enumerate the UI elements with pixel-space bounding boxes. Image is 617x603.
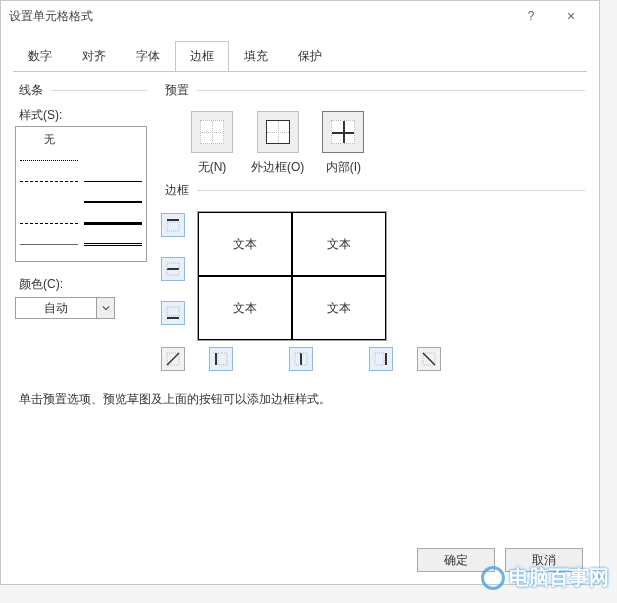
line-legend: 线条 — [15, 83, 47, 97]
line-style-thicker[interactable] — [84, 215, 142, 231]
line-style-solid[interactable] — [84, 173, 142, 189]
border-diag-up-button[interactable] — [161, 347, 185, 371]
svg-rect-1 — [167, 222, 179, 231]
tab-number[interactable]: 数字 — [13, 41, 67, 72]
preview-cell: 文本 — [292, 276, 386, 340]
preset-outline[interactable]: 外边框(O) — [251, 111, 304, 176]
help-button[interactable]: ? — [511, 2, 551, 30]
tab-strip: 数字 对齐 字体 边框 填充 保护 — [1, 31, 599, 72]
preset-none-label: 无(N) — [198, 159, 227, 176]
preset-group: 预置 无(N) 外边框(O) 内部(I) — [161, 82, 585, 176]
tab-protection[interactable]: 保护 — [283, 41, 337, 72]
line-style-dot[interactable] — [20, 152, 78, 168]
hint-text: 单击预置选项、预览草图及上面的按钮可以添加边框样式。 — [19, 391, 585, 408]
preset-inside-label: 内部(I) — [326, 159, 361, 176]
dialog-footer: 确定 取消 — [15, 548, 585, 574]
tab-border[interactable]: 边框 — [175, 41, 229, 72]
format-cells-dialog: 设置单元格格式 ? × 数字 对齐 字体 边框 填充 保护 线条 样式(S): … — [0, 0, 600, 585]
line-style-none[interactable]: 无 — [20, 131, 78, 147]
line-style-double[interactable] — [84, 236, 142, 252]
line-style-dash2[interactable] — [20, 215, 78, 231]
line-style-list[interactable]: 无 — [15, 126, 147, 262]
titlebar: 设置单元格格式 ? × — [1, 1, 599, 31]
preset-legend: 预置 — [161, 83, 193, 97]
tab-font[interactable]: 字体 — [121, 41, 175, 72]
line-style-dashdot2[interactable] — [84, 131, 142, 147]
line-group: 线条 样式(S): 无 颜色(C): — [15, 82, 147, 371]
border-top-button[interactable] — [161, 213, 185, 237]
svg-rect-2 — [167, 268, 179, 270]
border-preview[interactable]: 文本 文本 文本 文本 — [197, 211, 387, 341]
svg-line-7 — [167, 353, 179, 365]
line-style-dashdotdot[interactable] — [20, 194, 78, 210]
preset-none[interactable]: 无(N) — [191, 111, 233, 176]
tab-alignment[interactable]: 对齐 — [67, 41, 121, 72]
close-button[interactable]: × — [551, 2, 591, 30]
style-label: 样式(S): — [19, 107, 147, 124]
window-title: 设置单元格格式 — [9, 8, 511, 25]
svg-rect-4 — [167, 317, 179, 319]
border-group: 边框 文本 文本 文本 文本 — [161, 182, 585, 371]
svg-rect-13 — [375, 353, 384, 365]
svg-rect-10 — [300, 353, 302, 365]
svg-rect-12 — [385, 353, 387, 365]
border-bottom-button[interactable] — [161, 301, 185, 325]
border-legend: 边框 — [161, 183, 193, 197]
border-right-button[interactable] — [369, 347, 393, 371]
tab-fill[interactable]: 填充 — [229, 41, 283, 72]
preset-outline-label: 外边框(O) — [251, 159, 304, 176]
border-vmiddle-button[interactable] — [289, 347, 313, 371]
ok-button[interactable]: 确定 — [417, 548, 495, 572]
preview-cell: 文本 — [198, 212, 292, 276]
line-style-thin[interactable] — [20, 236, 78, 252]
line-style-dashdot[interactable] — [84, 152, 142, 168]
line-color-value: 自动 — [16, 300, 96, 317]
line-style-dash[interactable] — [20, 173, 78, 189]
cancel-button[interactable]: 取消 — [505, 548, 583, 572]
preset-inside[interactable]: 内部(I) — [322, 111, 364, 176]
tab-content: 线条 样式(S): 无 颜色(C): — [1, 72, 599, 584]
border-diag-down-button[interactable] — [417, 347, 441, 371]
line-color-select[interactable]: 自动 — [15, 297, 115, 319]
border-hmiddle-button[interactable] — [161, 257, 185, 281]
preview-cell: 文本 — [198, 276, 292, 340]
line-style-thick[interactable] — [84, 194, 142, 210]
svg-rect-0 — [167, 219, 179, 221]
border-left-button[interactable] — [209, 347, 233, 371]
svg-line-15 — [423, 353, 435, 365]
chevron-down-icon[interactable] — [96, 298, 114, 318]
color-label: 颜色(C): — [19, 276, 147, 293]
preview-cell: 文本 — [292, 212, 386, 276]
svg-rect-5 — [167, 307, 179, 316]
svg-rect-9 — [218, 353, 227, 365]
svg-rect-8 — [215, 353, 217, 365]
